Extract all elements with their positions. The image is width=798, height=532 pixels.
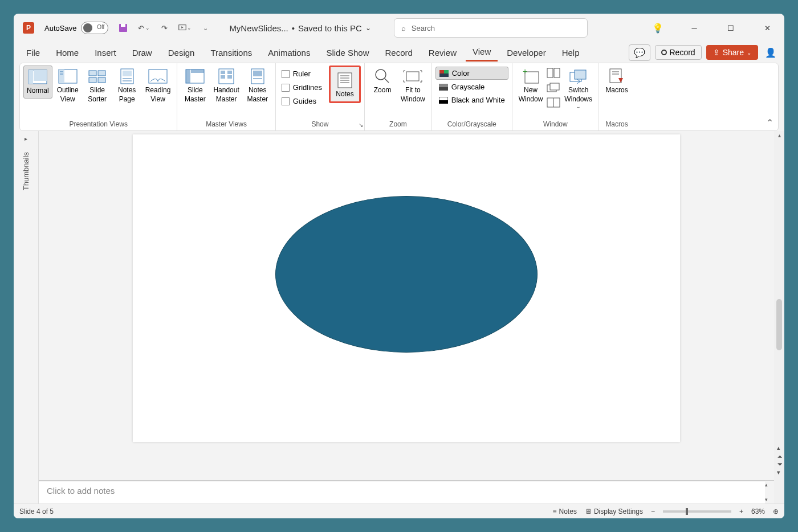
- svg-text:+: +: [523, 68, 527, 76]
- outline-view-icon: [58, 68, 78, 85]
- prev-slide-button[interactable]: ▴: [777, 444, 783, 452]
- tab-animations[interactable]: Animations: [261, 44, 317, 61]
- tab-record[interactable]: Record: [378, 44, 419, 61]
- slide-master-icon: [185, 68, 205, 85]
- reading-view-button[interactable]: Reading View: [142, 66, 174, 106]
- group-window: +New Window Switch Windows⌄ Window: [512, 63, 599, 130]
- fit-to-window-button[interactable]: Fit to Window: [398, 66, 428, 106]
- svg-rect-48: [554, 68, 560, 77]
- collapse-ribbon-button[interactable]: ⌃: [766, 117, 773, 128]
- close-button[interactable]: ✕: [756, 17, 779, 39]
- share-button[interactable]: ⇪Share⌄: [706, 45, 758, 60]
- zoom-out-button[interactable]: −: [651, 508, 655, 515]
- tab-draw[interactable]: Draw: [125, 44, 159, 61]
- macros-button[interactable]: Macros: [602, 66, 631, 97]
- record-button[interactable]: Record: [655, 45, 702, 60]
- zoom-button[interactable]: Zoom: [368, 66, 397, 97]
- tab-design[interactable]: Design: [161, 44, 202, 61]
- scroll-up-button[interactable]: ▴: [777, 131, 782, 140]
- notes-master-button[interactable]: Notes Master: [243, 66, 272, 106]
- status-notes-button[interactable]: ≡Notes: [553, 508, 577, 515]
- account-button[interactable]: 👤: [763, 41, 779, 64]
- tab-file[interactable]: File: [19, 44, 47, 61]
- zoom-handle[interactable]: [686, 508, 688, 515]
- switch-windows-button[interactable]: Switch Windows⌄: [561, 66, 595, 113]
- reading-view-icon: [148, 68, 168, 85]
- chevron-down-icon: ⌄: [747, 50, 751, 56]
- zoom-in-button[interactable]: +: [739, 508, 743, 515]
- thumbnails-panel[interactable]: ▸ Thumbnails: [14, 131, 39, 504]
- display-settings-button[interactable]: 🖥Display Settings: [585, 508, 643, 515]
- zoom-percentage[interactable]: 63%: [751, 508, 765, 515]
- grayscale-button[interactable]: Grayscale: [435, 81, 508, 93]
- tab-slideshow[interactable]: Slide Show: [319, 44, 376, 61]
- expand-thumbnails-button[interactable]: ▸: [25, 136, 27, 142]
- comments-button[interactable]: 💬: [629, 44, 650, 61]
- zoom-slider[interactable]: [663, 510, 731, 513]
- slide-sorter-button[interactable]: Slide Sorter: [83, 66, 112, 106]
- move-split-button[interactable]: [547, 97, 560, 110]
- tab-transitions[interactable]: Transitions: [203, 44, 259, 61]
- autosave-control[interactable]: AutoSave Off: [44, 22, 108, 34]
- svg-rect-23: [221, 71, 225, 74]
- group-color-grayscale: Color Grayscale Black and White Color/Gr…: [432, 63, 512, 130]
- scroll-thumb[interactable]: [776, 299, 782, 350]
- tab-view[interactable]: View: [466, 43, 498, 62]
- autosave-toggle[interactable]: Off: [81, 22, 108, 34]
- color-button[interactable]: Color: [435, 67, 508, 80]
- slide[interactable]: [133, 134, 680, 442]
- cascade-button[interactable]: [547, 83, 560, 95]
- tab-help[interactable]: Help: [555, 44, 587, 61]
- notes-toggle-button[interactable]: Notes: [329, 66, 361, 103]
- checkbox-icon: [282, 70, 290, 78]
- svg-rect-41: [439, 84, 448, 87]
- from-beginning-button[interactable]: ⌄: [178, 21, 192, 35]
- slide-count-label: Slide 4 of 5: [19, 508, 54, 515]
- tab-review[interactable]: Review: [422, 44, 463, 61]
- redo-button[interactable]: ↷: [157, 21, 171, 35]
- group-master-views: Slide Master Handout Master Notes Master…: [177, 63, 275, 130]
- notes-pane[interactable]: Click to add notes: [39, 481, 765, 504]
- svg-rect-12: [89, 77, 96, 83]
- notes-page-button[interactable]: Notes Page: [113, 66, 141, 106]
- app-window: P AutoSave Off ↶⌄ ↷ ⌄ ⌄ MyNewSlides... •…: [14, 14, 784, 518]
- tab-home[interactable]: Home: [49, 44, 85, 61]
- svg-rect-11: [98, 71, 105, 76]
- show-dialog-launcher[interactable]: ↘: [359, 122, 363, 128]
- thumbnails-label: Thumbnails: [22, 152, 30, 190]
- prev-section-button[interactable]: ⏶: [777, 453, 783, 460]
- maximize-button[interactable]: ☐: [719, 17, 742, 39]
- chevron-down-icon[interactable]: ⌄: [365, 24, 371, 32]
- search-input[interactable]: ⌕ Search: [394, 18, 588, 38]
- svg-rect-10: [89, 71, 96, 76]
- fit-slide-button[interactable]: ⊕: [773, 508, 779, 515]
- tips-button[interactable]: 💡: [646, 17, 669, 39]
- document-title: MyNewSlides... • Saved to this PC ⌄: [229, 23, 370, 33]
- normal-view-button[interactable]: Normal: [23, 66, 52, 99]
- new-window-button[interactable]: +New Window: [516, 66, 546, 106]
- handout-master-icon: [216, 68, 237, 85]
- notes-scroll[interactable]: ▴▾: [765, 481, 774, 504]
- group-presentation-views: Normal Outline View Slide Sorter Notes P…: [20, 63, 177, 130]
- tab-insert[interactable]: Insert: [88, 44, 123, 61]
- save-button[interactable]: [116, 21, 130, 35]
- customize-qat-button[interactable]: ⌄: [198, 21, 212, 35]
- gridlines-checkbox[interactable]: Gridlines: [279, 81, 324, 93]
- guides-checkbox[interactable]: Guides: [279, 95, 324, 107]
- ruler-checkbox[interactable]: Ruler: [279, 68, 324, 80]
- outline-view-button[interactable]: Outline View: [54, 66, 82, 106]
- svg-rect-44: [439, 100, 448, 104]
- slide-master-button[interactable]: Slide Master: [181, 66, 209, 106]
- minimize-button[interactable]: ─: [683, 17, 706, 39]
- svg-rect-26: [227, 75, 232, 79]
- next-section-button[interactable]: ⏷: [777, 461, 783, 468]
- svg-rect-42: [439, 87, 448, 91]
- undo-button[interactable]: ↶⌄: [137, 21, 150, 35]
- tab-developer[interactable]: Developer: [500, 44, 552, 61]
- next-slide-button[interactable]: ▾: [777, 469, 783, 476]
- handout-master-button[interactable]: Handout Master: [210, 66, 242, 106]
- arrange-all-button[interactable]: [547, 68, 560, 80]
- oval-shape[interactable]: [275, 196, 538, 353]
- slide-canvas[interactable]: [39, 131, 774, 480]
- black-white-button[interactable]: Black and White: [435, 94, 508, 106]
